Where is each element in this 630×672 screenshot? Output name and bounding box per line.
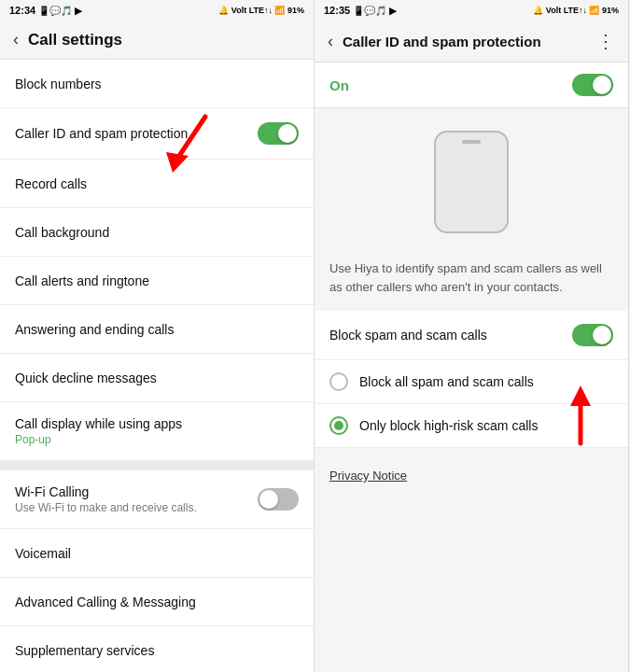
list-item-call-alerts[interactable]: Call alerts and ringtone (0, 257, 314, 305)
on-row: On (315, 63, 628, 108)
signal-icons-right: 🔔 Volt LTE↑↓ 📶 91% (533, 6, 619, 15)
description-text: Use Hiya to identify spam and scam calle… (315, 250, 628, 311)
voicemail-label: Voicemail (15, 546, 71, 561)
signal-icons-left: 🔔 Volt LTE↑↓ 📶 91% (218, 6, 304, 15)
wifi-calling-sub: Use Wi-Fi to make and receive calls. (15, 501, 197, 514)
list-item-advanced-calling[interactable]: Advanced Calling & Messaging (0, 578, 314, 626)
list-item-caller-id[interactable]: Caller ID and spam protection (0, 108, 314, 160)
list-item-quick-decline[interactable]: Quick decline messages (0, 354, 314, 402)
header-left: ‹ Call settings (0, 21, 314, 60)
back-button-right[interactable]: ‹ (328, 32, 333, 51)
block-spam-toggle[interactable] (572, 324, 613, 346)
status-left-right: 12:35 📱💬🎵 ▶ (324, 5, 397, 16)
page-title-right: Caller ID and spam protection (343, 34, 587, 49)
radio-label-block-all: Block all spam and scam calls (359, 374, 534, 389)
main-toggle[interactable] (572, 74, 613, 96)
settings-list: Block numbers Caller ID and spam protect… (0, 60, 314, 672)
header-right: ‹ Caller ID and spam protection ⋮ (315, 21, 628, 63)
radio-group: Block all spam and scam calls Only block… (315, 360, 628, 448)
wifi-calling-toggle[interactable] (258, 488, 299, 511)
status-right-right: 🔔 Volt LTE↑↓ 📶 91% (533, 6, 619, 15)
status-icons-right-left: 📱💬🎵 ▶ (353, 6, 397, 16)
list-item-voicemail[interactable]: Voicemail (0, 529, 314, 578)
list-item-call-display[interactable]: Call display while using apps Pop-up (0, 402, 314, 461)
record-calls-label: Record calls (15, 176, 87, 191)
back-button-left[interactable]: ‹ (13, 30, 19, 49)
list-item-call-background[interactable]: Call background (0, 208, 314, 257)
call-background-label: Call background (15, 225, 109, 240)
radio-item-block-high-risk[interactable]: Only block high-risk scam calls (315, 404, 628, 448)
list-item-supplementary[interactable]: Supplementary services (0, 626, 314, 672)
status-bar-left: 12:34 📱💬🎵 ▶ 🔔 Volt LTE↑↓ 📶 91% (0, 0, 314, 21)
caller-id-label: Caller ID and spam protection (15, 126, 188, 141)
status-right-left: 🔔 Volt LTE↑↓ 📶 91% (218, 6, 304, 15)
time-right: 12:35 (324, 5, 350, 16)
call-alerts-label: Call alerts and ringtone (15, 273, 149, 288)
radio-label-block-high-risk: Only block high-risk scam calls (359, 418, 538, 433)
status-left: 12:34 📱💬🎵 ▶ (9, 5, 82, 16)
list-item-answering-ending[interactable]: Answering and ending calls (0, 305, 314, 354)
time-left: 12:34 (9, 5, 35, 16)
call-display-sub: Pop-up (15, 433, 182, 446)
quick-decline-label: Quick decline messages (15, 371, 157, 385)
radio-circle-block-all (329, 372, 348, 391)
privacy-section: Privacy Notice (315, 448, 628, 672)
phone-illustration (315, 108, 628, 250)
caller-id-toggle[interactable] (258, 122, 299, 145)
left-panel: 12:34 📱💬🎵 ▶ 🔔 Volt LTE↑↓ 📶 91% ‹ Call se… (0, 0, 315, 672)
status-bar-right: 12:35 📱💬🎵 ▶ 🔔 Volt LTE↑↓ 📶 91% (315, 0, 628, 21)
on-label: On (329, 77, 349, 93)
status-icons-left: 📱💬🎵 ▶ (38, 6, 82, 16)
block-spam-label: Block spam and scam calls (329, 328, 487, 343)
block-numbers-label: Block numbers (15, 77, 102, 91)
list-item-block-numbers[interactable]: Block numbers (0, 60, 314, 108)
radio-circle-block-high-risk (329, 416, 348, 435)
right-panel: 12:35 📱💬🎵 ▶ 🔔 Volt LTE↑↓ 📶 91% ‹ Caller … (315, 0, 629, 672)
section-divider (0, 461, 314, 470)
answering-ending-label: Answering and ending calls (15, 322, 174, 337)
advanced-calling-label: Advanced Calling & Messaging (15, 595, 196, 609)
list-item-wifi-calling[interactable]: Wi-Fi Calling Use Wi-Fi to make and rece… (0, 470, 314, 529)
page-title-left: Call settings (28, 31, 301, 49)
overflow-menu-button[interactable]: ⋮ (596, 30, 615, 52)
phone-outline-graphic (434, 131, 509, 233)
privacy-notice-link[interactable]: Privacy Notice (329, 469, 407, 483)
call-display-label: Call display while using apps (15, 416, 182, 431)
block-spam-row[interactable]: Block spam and scam calls (315, 311, 628, 360)
radio-item-block-all[interactable]: Block all spam and scam calls (315, 360, 628, 404)
list-item-record-calls[interactable]: Record calls (0, 160, 314, 208)
supplementary-label: Supplementary services (15, 643, 154, 658)
wifi-calling-label: Wi-Fi Calling (15, 484, 197, 499)
